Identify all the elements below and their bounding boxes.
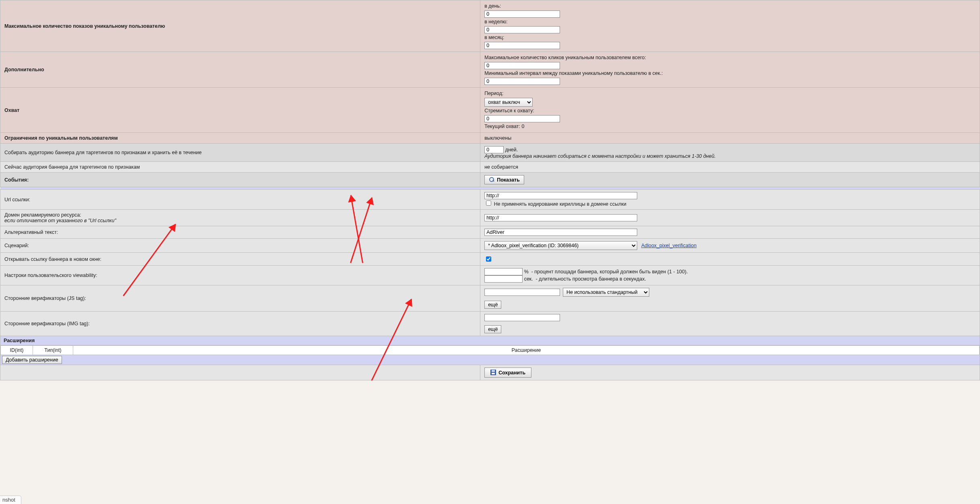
row-label-current-audience: Сейчас аудитория баннера для таргетингов…	[0, 162, 480, 173]
row-label-scenario: Сценарий:	[0, 239, 480, 253]
col-id: ID(int)	[1, 346, 33, 355]
section-extensions-title: Расширения	[0, 336, 980, 345]
save-icon	[490, 370, 496, 375]
cell-reach: Период: охват выключ Стремиться к охвату…	[480, 88, 980, 133]
input-view-area[interactable]	[484, 268, 523, 275]
row-label-events: События:	[0, 173, 480, 187]
row-label-domain: Домен рекламируемого ресурса: если отлич…	[0, 210, 480, 226]
input-url[interactable]	[484, 192, 637, 199]
button-more-img[interactable]: ещё	[484, 325, 501, 333]
input-verifier-img[interactable]	[484, 314, 560, 321]
sub-domain-note: если отличается от указанного в "Url ссы…	[4, 218, 116, 223]
hint-area: - процент площади баннера, который долже…	[531, 269, 688, 275]
row-label-alt-text: Альтернативный текст:	[0, 226, 480, 239]
label-days-unit: дней.	[505, 147, 518, 153]
input-aspire-reach[interactable]	[484, 115, 560, 122]
row-label-additional: Дополнительно	[0, 52, 480, 88]
cell-unique-restrictions: выключены	[480, 133, 980, 144]
label-per-month: в месяц:	[484, 35, 976, 40]
cell-events: Показать	[480, 173, 980, 187]
row-label-collect-audience: Собирать аудиторию баннера для таргетинг…	[0, 144, 480, 162]
label-max-clicks: Максимальное количество кликов уникальны…	[484, 55, 976, 60]
checkbox-new-window[interactable]	[486, 256, 491, 262]
button-more-js[interactable]: ещё	[484, 301, 501, 309]
col-type: Тип(int)	[33, 346, 73, 355]
row-label-viewability: Настроки пользовательского viewability:	[0, 266, 480, 285]
input-per-month[interactable]	[484, 42, 560, 49]
label-period: Период:	[484, 91, 976, 96]
cell-new-window	[480, 253, 980, 266]
row-label-verifiers-img: Сторонние верификаторы (IMG tag):	[0, 312, 480, 336]
input-min-interval[interactable]	[484, 78, 560, 85]
cell-current-audience: не собирается	[480, 162, 980, 173]
button-save[interactable]: Сохранить	[484, 368, 531, 378]
col-extension: Расширение	[73, 346, 980, 355]
select-verifier-js-mode[interactable]: Не использовать стандартный	[563, 288, 649, 297]
input-verifier-js[interactable]	[484, 289, 560, 296]
cell-viewability: % - процент площади баннера, который дол…	[480, 266, 980, 285]
cell-collect-audience: дней. Аудитория баннера начинает собират…	[480, 144, 980, 162]
select-scenario[interactable]: * Adloox_pixel_verification (ID: 3069846…	[484, 241, 637, 250]
input-per-day[interactable]	[484, 10, 560, 18]
hint-sec: - длительность просмотра баннера в секун…	[536, 276, 646, 282]
row-label-unique-restrictions: Ограничения по уникальным пользователям	[0, 133, 480, 144]
footer-label-cell	[0, 365, 480, 380]
unit-percent: %	[524, 269, 529, 275]
cell-scenario: * Adloox_pixel_verification (ID: 3069846…	[480, 239, 980, 253]
cell-verifiers-img: ещё	[480, 312, 980, 336]
input-alt-text[interactable]	[484, 229, 637, 236]
row-label-reach: Охват	[0, 88, 480, 133]
label-aspire-reach: Стремиться к охвату:	[484, 108, 976, 114]
input-max-clicks[interactable]	[484, 62, 560, 69]
button-add-extension[interactable]: Добавить расширение	[2, 356, 62, 364]
row-label-new-window: Открывать ссылку баннера в новом окне:	[0, 253, 480, 266]
cell-alt-text	[480, 226, 980, 239]
checkbox-no-encoding[interactable]	[486, 200, 491, 206]
unit-sec: сек.	[524, 276, 533, 282]
label-min-interval: Минимальный интервал между показами уник…	[484, 70, 976, 76]
label-no-encoding: Не применять кодирование кириллицы в дом…	[494, 201, 626, 207]
input-audience-days[interactable]	[484, 146, 504, 153]
label-per-week: в неделю:	[484, 19, 976, 25]
row-label-url: Url ссылки:	[0, 190, 480, 210]
label-current-reach: Текущий охват: 0	[484, 124, 976, 129]
cell-max-impressions: в день: в неделю: в месяц:	[480, 0, 980, 52]
cell-url: Не применять кодирование кириллицы в дом…	[480, 190, 980, 210]
input-view-sec[interactable]	[484, 275, 523, 283]
label-per-day: в день:	[484, 3, 976, 9]
button-show-events[interactable]: Показать	[484, 175, 524, 184]
note-audience: Аудитория баннера начинает собираться с …	[484, 153, 716, 159]
search-icon	[489, 177, 494, 182]
input-domain[interactable]	[484, 214, 637, 221]
row-label-max-impressions: Максимальное количество показов уникальн…	[0, 0, 480, 52]
cell-domain	[480, 210, 980, 226]
select-period[interactable]: охват выключ	[484, 98, 533, 107]
link-scenario[interactable]: Adloox_pixel_verification	[641, 243, 697, 248]
footer-save-cell: Сохранить	[480, 365, 980, 380]
cell-additional: Максимальное количество кликов уникальны…	[480, 52, 980, 88]
input-per-week[interactable]	[484, 26, 560, 33]
cell-verifiers-js: Не использовать стандартный ещё	[480, 285, 980, 312]
